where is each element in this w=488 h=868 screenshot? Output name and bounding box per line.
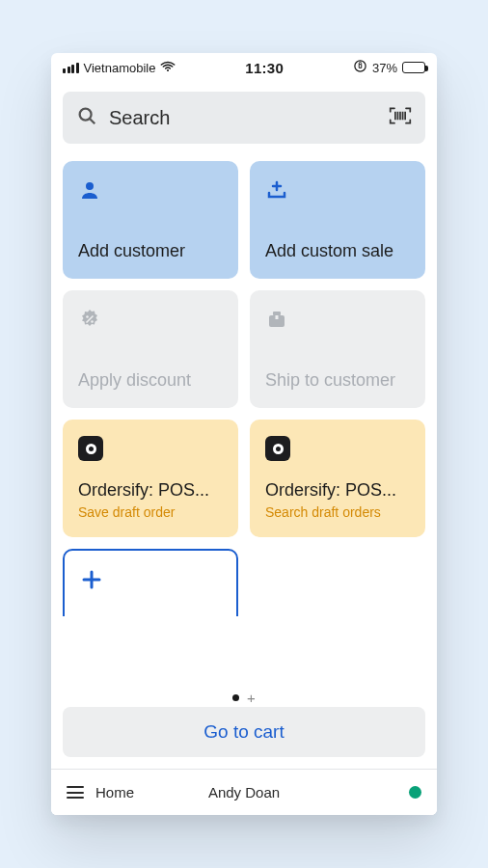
tile-add-customer[interactable]: Add customer — [63, 161, 238, 279]
app-icon — [265, 435, 410, 462]
tile-ordersify-search[interactable]: Ordersify: POS... Search draft orders — [250, 420, 425, 537]
tile-subtitle: Search draft orders — [265, 504, 410, 520]
barcode-scan-icon[interactable] — [389, 106, 412, 129]
battery-icon — [402, 62, 425, 73]
search-placeholder: Search — [109, 107, 377, 129]
cart-button-label: Go to cart — [203, 721, 284, 743]
tile-label: Add custom sale — [265, 241, 410, 261]
fade-overlay — [51, 663, 437, 709]
tile-ordersify-save[interactable]: Ordersify: POS... Save draft order — [63, 420, 238, 537]
tile-title: Ordersify: POS... — [265, 480, 410, 501]
discount-icon — [78, 306, 223, 333]
tile-label: Add customer — [78, 241, 223, 261]
svg-line-3 — [90, 119, 95, 123]
package-icon — [265, 306, 410, 333]
search-icon — [76, 105, 97, 130]
svg-point-2 — [80, 109, 92, 121]
go-to-cart-button[interactable]: Go to cart — [63, 707, 425, 757]
signal-icon — [63, 63, 79, 73]
carrier-label: Vietnamobile — [84, 61, 156, 75]
app-icon — [78, 435, 223, 462]
tile-add-tile[interactable]: Add tile — [63, 549, 238, 616]
plus-icon — [80, 566, 221, 593]
bottom-bar: Home Andy Doan — [51, 769, 437, 815]
clock: 11:30 — [245, 60, 284, 76]
content-area: Search Add customer — [51, 82, 437, 815]
svg-rect-14 — [273, 312, 281, 315]
person-icon — [78, 176, 223, 203]
upload-plus-icon — [265, 176, 410, 203]
tile-subtitle: Save draft order — [78, 504, 223, 520]
svg-point-10 — [86, 315, 89, 318]
tile-grid: Add customer Add custom sale Apply disco… — [63, 161, 425, 616]
search-bar[interactable]: Search — [63, 92, 425, 144]
home-label[interactable]: Home — [95, 784, 134, 800]
pos-screen: Vietnamobile 11:30 37% Search — [51, 53, 437, 815]
wifi-icon — [160, 59, 176, 77]
tile-apply-discount: Apply discount — [63, 290, 238, 408]
svg-point-11 — [91, 320, 94, 323]
tile-add-custom-sale[interactable]: Add custom sale — [250, 161, 425, 279]
tile-ship-to-customer: Ship to customer — [250, 290, 425, 408]
tile-label: Ship to customer — [265, 370, 410, 391]
menu-icon[interactable] — [67, 786, 84, 799]
svg-point-0 — [167, 68, 169, 70]
status-dot-icon[interactable] — [409, 786, 421, 799]
user-name[interactable]: Andy Doan — [208, 784, 280, 800]
svg-point-9 — [86, 182, 94, 190]
tile-title: Ordersify: POS... — [78, 480, 223, 501]
svg-rect-15 — [276, 315, 279, 319]
battery-percent: 37% — [372, 61, 397, 75]
orientation-lock-icon — [353, 59, 367, 76]
tile-label: Apply discount — [78, 370, 223, 391]
status-bar: Vietnamobile 11:30 37% — [51, 53, 437, 82]
